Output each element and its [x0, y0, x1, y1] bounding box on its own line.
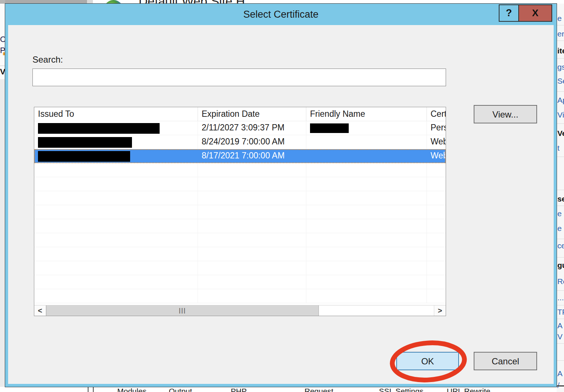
expiration-date-cell: 8/17/2021 7:00:00 AM — [198, 149, 306, 163]
background-link-fragment[interactable]: ce — [557, 241, 564, 250]
divider — [557, 360, 564, 361]
empty-table-row[interactable] — [34, 261, 446, 275]
feature-tab-php[interactable]: PHP — [231, 387, 247, 392]
background-link-fragment[interactable]: ... — [557, 293, 564, 302]
empty-table-row[interactable] — [34, 247, 446, 261]
background-heading-fragment: gu — [557, 261, 564, 270]
screenshot-root: Default Web Site H CPV eernitegsSeApVinV… — [0, 0, 564, 392]
divider — [557, 319, 564, 319]
background-link-fragment[interactable]: Re — [557, 277, 564, 286]
background-link-fragment[interactable]: A — [557, 321, 563, 330]
certificate-store-cell: Web — [427, 135, 446, 149]
scrollbar-grip-icon: ||| — [179, 307, 186, 314]
divider — [557, 305, 564, 305]
empty-table-row[interactable] — [34, 177, 446, 191]
dialog-title: Select Certificate — [5, 9, 557, 20]
divider — [557, 123, 564, 124]
close-icon[interactable]: X — [519, 5, 551, 21]
background-toolbar-segment — [87, 0, 93, 4]
dialog-body: Search: Issued To Expiration Date Friend… — [8, 25, 554, 384]
feature-tab-url-rewrite[interactable]: URL Rewrite — [447, 387, 490, 392]
divider — [557, 343, 564, 344]
background-left-panel-gray — [0, 79, 5, 387]
background-link-fragment[interactable]: V — [557, 332, 563, 341]
feature-tab-modules[interactable]: Modules — [117, 387, 146, 392]
background-heading-fragment: se — [557, 195, 564, 203]
certificate-table[interactable]: Issued To Expiration Date Friendly Name … — [34, 107, 446, 316]
divider — [557, 91, 564, 92]
column-header-issued-to[interactable]: Issued To — [34, 107, 198, 121]
certificate-row[interactable]: 8/24/2019 7:00:00 AMWeb — [34, 135, 446, 149]
background-left-panel: CPV — [0, 4, 5, 387]
cancel-button[interactable]: Cancel — [474, 352, 537, 370]
dialog-titlebar[interactable]: Select Certificate ? X — [5, 4, 557, 25]
background-text-fragment: P — [0, 46, 5, 55]
expiration-date-cell: 8/24/2019 7:00:00 AM — [198, 135, 306, 149]
empty-table-row[interactable] — [34, 163, 446, 177]
background-link-fragment[interactable]: t — [557, 144, 560, 153]
feature-tab-request[interactable]: Request — [304, 387, 333, 392]
background-link-fragment[interactable]: gs — [557, 63, 564, 71]
column-header-certificate-store[interactable]: Cert — [427, 107, 446, 121]
empty-table-row[interactable] — [34, 233, 446, 247]
view-button[interactable]: View... — [474, 105, 537, 123]
scrollbar-thumb[interactable]: ||| — [46, 305, 319, 316]
divider — [557, 239, 564, 239]
background-link-fragment[interactable]: ern — [557, 29, 564, 38]
divider — [557, 25, 564, 25]
table-header-row: Issued To Expiration Date Friendly Name … — [34, 107, 446, 121]
divider — [557, 58, 564, 59]
empty-table-row[interactable] — [34, 275, 446, 289]
feature-tab-output[interactable]: Output — [169, 387, 192, 392]
search-label: Search: — [32, 55, 63, 65]
certificate-row-selected[interactable]: 8/17/2021 7:00:00 AMWeb — [34, 149, 446, 163]
redacted-friendly-name — [310, 123, 349, 133]
scroll-right-icon[interactable]: > — [434, 305, 446, 316]
horizontal-scrollbar[interactable]: < ||| > — [34, 305, 446, 316]
divider — [557, 257, 564, 258]
redacted-issued-to — [38, 123, 160, 134]
divider — [557, 157, 564, 157]
certificate-row[interactable]: 2/11/2027 3:09:37 PMPers — [34, 121, 446, 135]
empty-table-row[interactable] — [34, 289, 446, 303]
column-header-friendly-name[interactable]: Friendly Name — [306, 107, 427, 121]
scroll-left-icon[interactable]: < — [34, 305, 46, 316]
expiration-date-cell: 2/11/2027 3:09:37 PM — [198, 121, 306, 135]
background-text-fragment: C — [0, 35, 5, 44]
background-link-fragment[interactable]: e — [557, 209, 562, 218]
background-text-fragment: V — [0, 67, 5, 77]
background-heading-fragment: ite — [557, 46, 564, 55]
empty-table-row[interactable] — [34, 205, 446, 219]
background-link-fragment[interactable]: A — [557, 369, 563, 378]
background-link-fragment[interactable]: e — [557, 14, 562, 23]
divider — [557, 206, 564, 206]
feature-tab-ssl-settings[interactable]: SSL Settings — [379, 387, 424, 392]
background-actions-panel: eernitegsSeApVinVetseeeceguRe...TPAVA/ — [557, 4, 564, 392]
background-link-fragment[interactable]: e — [557, 224, 562, 233]
divider — [557, 290, 564, 291]
background-link-fragment[interactable]: Ap — [557, 96, 564, 105]
ok-button[interactable]: OK — [396, 352, 459, 370]
background-link-fragment[interactable]: Se — [557, 77, 564, 85]
divider — [0, 66, 5, 66]
background-feature-tabs: ModulesOutputPHPRequestSSL SettingsURL R… — [0, 386, 564, 392]
column-header-expiration-date[interactable]: Expiration Date — [198, 107, 306, 121]
certificate-store-cell: Pers — [427, 121, 446, 135]
background-link-fragment[interactable]: Vin — [557, 111, 564, 119]
empty-table-row[interactable] — [34, 219, 446, 233]
divider — [557, 190, 564, 190]
certificate-store-cell: Web — [427, 149, 446, 163]
empty-table-row[interactable] — [34, 191, 446, 205]
background-heading-fragment: Ve — [557, 129, 564, 138]
divider — [557, 41, 564, 41]
window-buttons: ? X — [499, 4, 552, 22]
select-certificate-dialog: Select Certificate ? X Search: Issued To… — [5, 4, 557, 387]
redacted-issued-to — [38, 151, 130, 162]
background-toolbar-fragment — [0, 0, 93, 4]
help-button[interactable]: ? — [499, 5, 519, 21]
redacted-issued-to — [38, 137, 132, 148]
search-input[interactable] — [32, 69, 446, 86]
background-link-fragment[interactable]: TP — [557, 308, 564, 316]
